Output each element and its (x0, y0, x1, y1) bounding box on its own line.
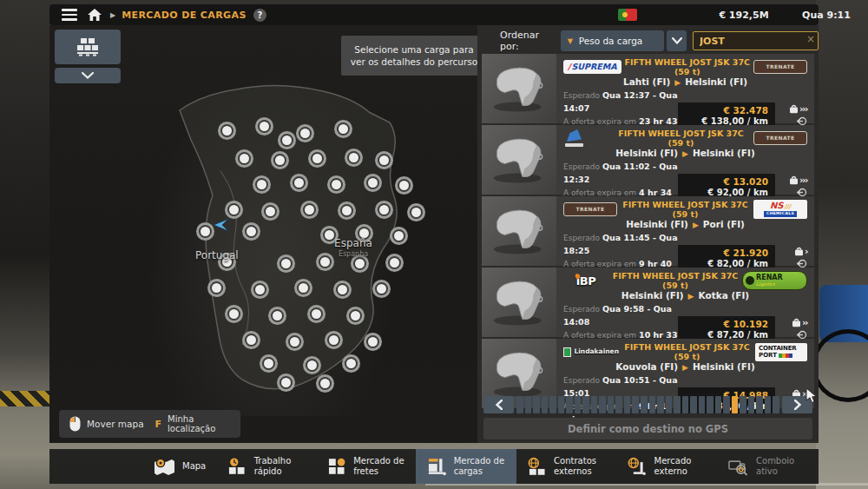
job-marker[interactable] (280, 134, 293, 147)
job-marker[interactable] (299, 127, 312, 140)
job-marker[interactable] (330, 178, 343, 191)
job-marker[interactable] (378, 154, 391, 167)
job-marker[interactable] (392, 229, 405, 242)
job-marker[interactable] (273, 154, 286, 167)
scrollbar-segment[interactable] (591, 396, 598, 413)
job-marker[interactable] (337, 122, 350, 135)
job-marker[interactable] (271, 309, 284, 322)
job-marker[interactable] (297, 281, 310, 294)
collapse-filter-button[interactable] (55, 68, 121, 83)
job-marker[interactable] (245, 334, 258, 347)
tab-contratos-externos[interactable]: Contratos externos (516, 449, 616, 484)
scrollbar-segment[interactable] (765, 396, 772, 413)
scrollbar-segment[interactable] (748, 396, 755, 413)
scrollbar-segment[interactable] (624, 396, 631, 413)
cargo-filter-button[interactable] (55, 30, 121, 64)
job-marker[interactable] (262, 357, 275, 370)
job-marker[interactable] (227, 203, 240, 216)
job-marker[interactable] (288, 335, 301, 348)
help-button[interactable]: ? (253, 9, 266, 22)
scrollbar-segment[interactable] (715, 396, 722, 413)
scrollbar-segment[interactable] (558, 396, 565, 413)
job-marker[interactable] (310, 307, 323, 320)
job-marker[interactable] (353, 257, 366, 270)
set-gps-destination-button[interactable]: Definir como destino no GPS (483, 418, 812, 439)
scrollbar-segment[interactable] (632, 396, 639, 413)
scrollbar-segment[interactable] (582, 396, 589, 413)
job-marker[interactable] (293, 176, 306, 189)
job-marker[interactable] (258, 120, 271, 133)
scrollbar-segment[interactable] (615, 396, 622, 413)
scrollbar-segment[interactable] (690, 396, 697, 413)
job-marker[interactable] (253, 283, 266, 296)
job-marker[interactable] (366, 176, 379, 189)
scrollbar-segment[interactable] (525, 396, 532, 413)
job-marker[interactable] (327, 334, 340, 347)
scrollbar-segment[interactable] (599, 396, 606, 413)
job-marker[interactable] (311, 152, 324, 165)
scrollbar-segment[interactable] (756, 396, 763, 413)
scrollbar-segment[interactable] (657, 396, 664, 413)
job-marker[interactable] (279, 376, 293, 389)
job-marker[interactable] (245, 225, 258, 238)
job-marker[interactable] (378, 203, 391, 216)
tab-mercado-de-cargas[interactable]: Mercado de cargas (416, 449, 516, 484)
job-marker[interactable] (264, 205, 277, 218)
scrollbar-segment[interactable] (641, 396, 648, 413)
tab-mapa[interactable]: Mapa (143, 449, 216, 484)
scrollbar-segment[interactable] (649, 396, 656, 413)
job-marker[interactable] (255, 178, 268, 191)
scrollbar-segment[interactable] (533, 396, 540, 413)
tab-mercado-externo[interactable]: Mercado externo (616, 449, 716, 484)
scrollbar-segment[interactable] (732, 396, 739, 413)
scrollbar-segment[interactable] (773, 396, 779, 413)
sort-dropdown[interactable]: ▼ Peso da carga (561, 30, 665, 51)
job-marker[interactable] (410, 206, 423, 219)
job-marker[interactable] (279, 257, 293, 270)
scrollbar-segment[interactable] (549, 396, 556, 413)
scrollbar-segment[interactable] (682, 396, 689, 413)
map-panel[interactable]: Portugal España Espanha Selecione uma ca… (49, 25, 477, 443)
scrollbar-segment[interactable] (707, 396, 713, 413)
job-marker[interactable] (199, 225, 212, 238)
scrollbar-segment[interactable] (566, 396, 573, 413)
job-marker[interactable] (220, 124, 233, 137)
scrollbar-segment[interactable] (699, 396, 706, 413)
job-marker[interactable] (347, 151, 360, 164)
tab-trabalho-rapido[interactable]: Trabalho rápido (216, 449, 316, 484)
scrollbar-segment[interactable] (608, 396, 615, 413)
cargo-offer-row[interactable]: TRENATE FIFTH WHEEL JOST JSK 37C (59 t) … (482, 196, 814, 266)
scrollbar-segment[interactable] (542, 396, 549, 413)
job-marker[interactable] (303, 203, 316, 216)
clear-search-icon[interactable]: × (806, 33, 815, 45)
scrollbar-segment[interactable] (575, 396, 582, 413)
job-marker[interactable] (210, 281, 223, 294)
scroll-left-button[interactable] (483, 396, 514, 413)
search-input[interactable] (693, 31, 819, 50)
job-marker[interactable] (388, 256, 401, 269)
sort-dropdown-toggle[interactable] (667, 30, 687, 51)
job-marker[interactable] (319, 377, 332, 390)
scrollbar-segment[interactable] (666, 396, 673, 413)
scrollbar-segment[interactable] (740, 396, 746, 413)
job-marker[interactable] (306, 359, 319, 372)
scroll-right-button[interactable] (782, 396, 812, 413)
menu-icon[interactable] (62, 9, 77, 21)
job-marker[interactable] (340, 204, 353, 217)
job-marker[interactable] (227, 307, 240, 320)
cargo-offer-row[interactable]: iBP FIFTH WHEEL JOST JSK 37C (59 t) RENA… (482, 268, 814, 337)
scrollbar-segment[interactable] (674, 396, 681, 413)
job-marker[interactable] (238, 152, 251, 165)
cargo-offer-row[interactable]: FIFTH WHEEL JOST JSK 37C (59 t) TRENATE … (482, 125, 814, 195)
job-marker[interactable] (336, 283, 349, 296)
scrollbar-segment[interactable] (723, 396, 730, 413)
home-icon[interactable] (88, 9, 102, 21)
job-marker[interactable] (349, 309, 362, 322)
tab-mercado-de-fretes[interactable]: Mercado de fretes (317, 449, 416, 484)
scrollbar-segment[interactable] (516, 396, 523, 413)
job-marker[interactable] (398, 179, 411, 192)
job-marker[interactable] (345, 357, 358, 370)
job-marker[interactable] (366, 335, 379, 348)
cargo-offer-row[interactable]: SUPREMA FIFTH WHEEL JOST JSK 37C (59 t) … (482, 54, 814, 123)
job-marker[interactable] (375, 282, 388, 295)
